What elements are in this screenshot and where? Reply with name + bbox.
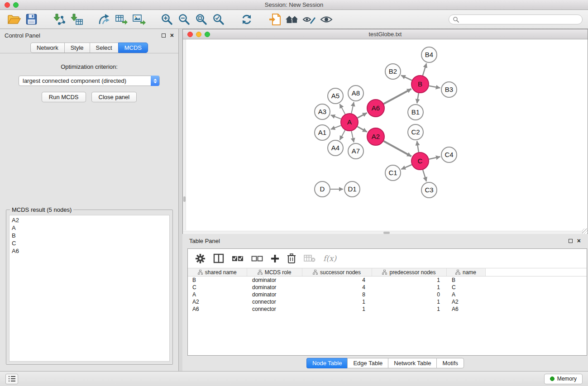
node-D1[interactable]: D1 [344, 181, 360, 197]
edge-A6-B[interactable] [384, 89, 411, 104]
tab-style[interactable]: Style [64, 43, 90, 53]
refresh-button[interactable] [238, 11, 255, 28]
edge-A-A4[interactable] [340, 130, 345, 140]
show-column-button[interactable] [213, 250, 224, 267]
resize-grip[interactable] [582, 229, 588, 234]
column-header-predecessor-nodes[interactable]: predecessor nodes [372, 268, 446, 276]
float-panel-icon[interactable] [162, 33, 166, 38]
table-row[interactable]: A6connector11A6 [188, 305, 587, 313]
search-input[interactable] [461, 16, 578, 23]
node-A7[interactable]: A7 [348, 143, 363, 159]
add-button[interactable] [271, 250, 279, 267]
node-A6[interactable]: A6 [367, 100, 384, 117]
annotation-button[interactable] [301, 11, 318, 28]
vertical-scroll-thumb[interactable] [183, 196, 186, 202]
table-cell[interactable]: dominator [247, 284, 302, 291]
zoom-out-button[interactable] [176, 11, 193, 28]
edge-A-A6[interactable] [358, 113, 367, 118]
table-cell[interactable]: 1 [372, 284, 446, 291]
node-C3[interactable]: C3 [421, 182, 437, 198]
network-canvas[interactable]: B4B2BB3A5A8A6B1A3AC2A1A2A4A7C4CC1C3DD1 [183, 39, 588, 234]
close-window-button[interactable] [5, 2, 10, 8]
edge-A-A5[interactable] [339, 104, 345, 114]
first-neighbors-button[interactable] [283, 11, 301, 28]
select-all-button[interactable] [232, 250, 244, 267]
zoom-window-button[interactable] [13, 2, 19, 8]
table-cell[interactable]: 1 [372, 298, 446, 305]
table-cell[interactable]: A2 [188, 298, 247, 305]
table-cell[interactable]: C [188, 284, 247, 291]
node-B3[interactable]: B3 [441, 82, 457, 97]
table-cell[interactable]: 1 [302, 305, 372, 313]
node-B[interactable]: B [411, 76, 429, 93]
table-cell[interactable]: 0 [372, 291, 446, 298]
save-session-button[interactable] [23, 11, 40, 28]
node-A8[interactable]: A8 [348, 86, 363, 101]
edge-B-B4[interactable] [423, 63, 426, 76]
search-field[interactable] [449, 14, 583, 24]
node-A1[interactable]: A1 [315, 125, 330, 140]
table-cell[interactable]: connector [247, 298, 302, 305]
table-cell[interactable]: 1 [372, 276, 446, 284]
export-image-button[interactable] [130, 11, 148, 28]
edge-A-A1[interactable] [331, 125, 341, 129]
export-table-button[interactable] [113, 11, 130, 28]
edge-A-A3[interactable] [331, 115, 341, 119]
deselect-all-button[interactable] [251, 250, 263, 267]
node-A2[interactable]: A2 [367, 128, 384, 145]
tab-node-table[interactable]: Node Table [306, 358, 348, 368]
show-details-button[interactable] [318, 11, 335, 28]
table-row[interactable]: Adominator80A [188, 291, 587, 298]
table-cell[interactable]: 1 [302, 298, 372, 305]
network-view[interactable]: B4B2BB3A5A8A6B1A3AC2A1A2A4A7C4CC1C3DD1 [183, 39, 588, 234]
column-header-shared-name[interactable]: shared name [188, 268, 247, 276]
show-panels-button[interactable] [5, 374, 18, 384]
table-cell[interactable]: dominator [247, 276, 302, 284]
edge-C-C4[interactable] [429, 157, 440, 159]
table-cell[interactable]: A2 [446, 298, 485, 305]
copy-document-button[interactable] [266, 11, 283, 28]
close-panel-icon[interactable]: × [170, 33, 174, 38]
node-B2[interactable]: B2 [385, 64, 401, 79]
node-B1[interactable]: B1 [408, 105, 423, 120]
table-settings-button[interactable] [195, 250, 206, 267]
node-C4[interactable]: C4 [441, 147, 457, 162]
node-D[interactable]: D [315, 181, 330, 197]
export-network-button[interactable] [96, 11, 113, 28]
table-cell[interactable]: B [188, 276, 247, 284]
column-header-name[interactable]: name [446, 268, 485, 276]
edge-A-A7[interactable] [351, 131, 354, 143]
horizontal-scrollbar[interactable] [183, 231, 583, 234]
tab-network[interactable]: Network [30, 43, 64, 53]
table-cell[interactable]: B [446, 276, 485, 284]
import-table-file-button[interactable] [68, 11, 85, 28]
node-C2[interactable]: C2 [408, 124, 423, 140]
table-cell[interactable]: A [446, 291, 485, 298]
node-A[interactable]: A [341, 114, 358, 131]
edge-A-A8[interactable] [351, 102, 354, 114]
column-header-successor-nodes[interactable]: successor nodes [302, 268, 372, 276]
mcds-result-item[interactable]: B [10, 232, 169, 239]
tab-edge-table[interactable]: Edge Table [347, 358, 388, 368]
optimization-criterion-select[interactable]: largest connected component (directed) [19, 76, 160, 86]
edge-A-A2[interactable] [358, 127, 367, 132]
mcds-result-item[interactable]: A6 [10, 247, 169, 255]
zoom-in-button[interactable] [158, 11, 176, 28]
zoom-selected-button[interactable] [210, 11, 227, 28]
table-cell[interactable]: dominator [247, 291, 302, 298]
import-network-file-button[interactable] [51, 11, 68, 28]
tab-network-table[interactable]: Network Table [388, 358, 436, 368]
node-A3[interactable]: A3 [315, 104, 330, 119]
dropdown-stepper-icon[interactable] [151, 76, 159, 86]
edge-B-B3[interactable] [429, 86, 440, 88]
mcds-result-item[interactable]: A [10, 224, 169, 232]
node-C[interactable]: C [411, 152, 429, 170]
table-row[interactable]: Bdominator41B [188, 276, 587, 284]
node-A4[interactable]: A4 [328, 140, 343, 156]
table-cell[interactable]: 4 [302, 276, 372, 284]
node-B4[interactable]: B4 [421, 47, 437, 62]
open-file-button[interactable] [5, 11, 23, 28]
edge-B-B2[interactable] [401, 76, 412, 81]
tab-select[interactable]: Select [90, 43, 118, 53]
edge-C-C2[interactable] [417, 141, 419, 152]
